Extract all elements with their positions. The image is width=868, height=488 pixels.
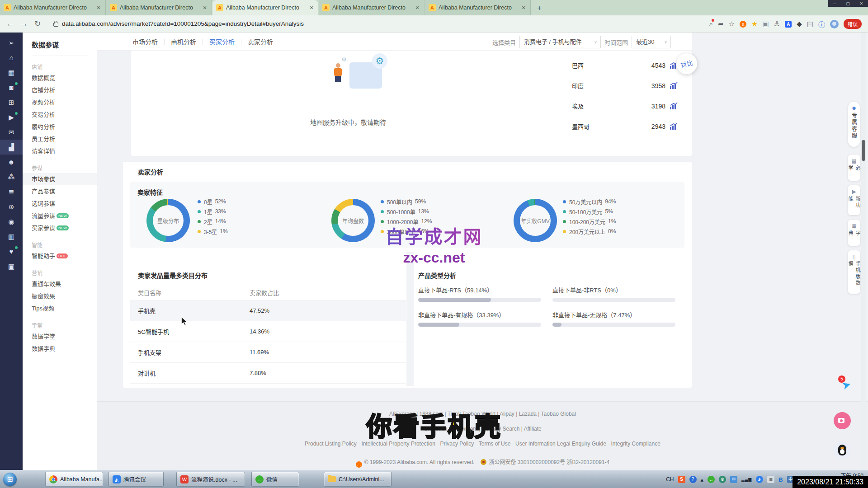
- country-row[interactable]: 墨西哥 2943: [572, 116, 678, 136]
- taskbar-wechat-button[interactable]: ‥ 微信: [251, 472, 299, 487]
- sidebar-item[interactable]: 橱窗效果: [23, 290, 97, 302]
- sidebar-item[interactable]: 直通车效果: [23, 278, 97, 290]
- taskbar-explorer-button[interactable]: C:\Users\Admini...: [324, 472, 392, 487]
- country-row[interactable]: 印度 3958: [572, 75, 678, 96]
- video-icon[interactable]: ▶: [0, 110, 23, 125]
- share-icon[interactable]: ➦: [718, 20, 724, 28]
- ime-language[interactable]: CH: [666, 476, 674, 483]
- extension-pin-icon[interactable]: ◆: [797, 20, 802, 28]
- message-bird-widget[interactable]: 5 ➤: [842, 379, 857, 394]
- sidebar-item[interactable]: 数据概览: [23, 72, 97, 84]
- users-icon[interactable]: ☻: [0, 155, 23, 169]
- time-range-select[interactable]: 最近30天∨: [632, 36, 671, 48]
- tray-expand-icon[interactable]: ▴: [701, 476, 704, 483]
- table-row[interactable]: 手机支架 11.69%: [130, 342, 406, 363]
- qq-penguin-widget[interactable]: [834, 442, 851, 459]
- sidebar-item[interactable]: Tips视频: [23, 302, 97, 314]
- tab-opportunity-analysis[interactable]: 商机分析: [171, 37, 196, 46]
- sidebar-item[interactable]: 产品参谋: [23, 185, 97, 197]
- sidebar-item[interactable]: 买家参谋NEW: [23, 222, 97, 234]
- help-icon[interactable]: ?: [689, 476, 697, 483]
- trend-chart-icon[interactable]: [670, 123, 678, 130]
- close-icon[interactable]: ✕: [860, 1, 863, 6]
- table-row[interactable]: 5G智能手机 14.36%: [130, 321, 406, 342]
- new-tab-button[interactable]: +: [534, 3, 544, 13]
- share-icon[interactable]: ⁂: [0, 169, 23, 184]
- chat-icon[interactable]: ✉: [0, 125, 23, 140]
- scrollbar-thumb[interactable]: [862, 140, 865, 161]
- table-row[interactable]: 手机壳 47.52%: [130, 300, 406, 321]
- sidebar-item[interactable]: 店铺分析: [23, 84, 97, 96]
- heart-icon[interactable]: ♥: [0, 244, 23, 259]
- url-text[interactable]: data.alibaba.com/adviser/market?cateId=1…: [62, 20, 304, 27]
- trend-chart-icon[interactable]: [670, 82, 678, 89]
- paper-plane-icon[interactable]: ➢: [0, 35, 23, 50]
- extension-star-icon[interactable]: ★: [751, 20, 757, 28]
- minimize-icon[interactable]: ─: [833, 1, 836, 6]
- customer-service-widget[interactable]: ☻ 专属客服: [848, 102, 860, 147]
- bluetooth-icon[interactable]: B: [778, 476, 783, 483]
- taskbar-chrome-button[interactable]: Alibaba Manufa...: [45, 472, 103, 487]
- sidebar-item[interactable]: 视频分析: [23, 96, 97, 108]
- tab-close-icon[interactable]: ✕: [308, 5, 315, 11]
- bookmark-star-icon[interactable]: ☆: [729, 20, 735, 28]
- back-icon[interactable]: ←: [4, 19, 17, 28]
- home-icon[interactable]: ⌂: [0, 50, 23, 65]
- zoom-icon[interactable]: ⌕: [709, 20, 713, 28]
- apps-icon[interactable]: ⊞: [0, 95, 23, 110]
- browser-tab[interactable]: A Alibaba Manufacturer Directo ✕: [0, 0, 106, 15]
- tab-close-icon[interactable]: ✕: [202, 5, 208, 11]
- sidebar-item[interactable]: 选词参谋: [23, 197, 97, 210]
- signal-icon[interactable]: ▂▄▆: [741, 477, 752, 482]
- browser-error-badge[interactable]: 错误: [844, 19, 862, 29]
- clipboard-icon[interactable]: ≣: [0, 184, 23, 199]
- country-row[interactable]: 巴西 4543: [572, 55, 678, 75]
- footer-policies[interactable]: Product Listing Policy - Intellectual Pr…: [97, 441, 868, 447]
- country-row[interactable]: 埃及 3198: [572, 96, 678, 116]
- tab-seller-analysis[interactable]: 卖家分析: [248, 37, 273, 46]
- sidebar-item[interactable]: 履约分析: [23, 121, 97, 133]
- tab-close-icon[interactable]: ✕: [414, 5, 420, 11]
- sidebar-item[interactable]: 交易分析: [23, 108, 97, 121]
- storefront-icon[interactable]: ▦: [0, 65, 23, 80]
- tab-market-analysis[interactable]: 市场分析: [132, 37, 158, 46]
- shortcut-mobile-data[interactable]: ▯ 手机版数据: [848, 250, 860, 294]
- extension-image-icon[interactable]: ▣: [763, 20, 769, 28]
- sidebar-item[interactable]: 智能助手HOT: [23, 250, 97, 262]
- shortcut-must-learn[interactable]: ▤ 必学: [848, 155, 860, 181]
- shield-icon[interactable]: ◙: [0, 80, 23, 95]
- maximize-icon[interactable]: ▢: [846, 1, 850, 6]
- browser-tab[interactable]: A Alibaba Manufacturer Directo ✕: [425, 0, 531, 15]
- tab-close-icon[interactable]: ✕: [95, 5, 102, 11]
- network-globe-icon[interactable]: ⊕: [719, 476, 726, 483]
- extension-lion-icon[interactable]: a: [740, 21, 746, 28]
- extension-anchor-icon[interactable]: ⚓: [774, 20, 780, 28]
- start-button[interactable]: ⊞: [3, 473, 17, 486]
- reload-icon[interactable]: ↻: [31, 19, 44, 28]
- extension-doc-icon[interactable]: ▤: [807, 20, 813, 28]
- address-bar[interactable]: data.alibaba.com/adviser/market?cateId=1…: [47, 20, 648, 27]
- browser-tab[interactable]: A Alibaba Manufacturer Directo ✕: [106, 0, 212, 15]
- extension-info-icon[interactable]: ⓘ: [818, 19, 825, 29]
- bank-icon[interactable]: ▥: [0, 229, 23, 244]
- sogou-icon[interactable]: S: [678, 476, 685, 483]
- shortcut-dictionary[interactable]: ≣ 字典: [848, 220, 860, 246]
- sidebar-item[interactable]: 员工分析: [23, 133, 97, 145]
- taskbar-wps-button[interactable]: W 流程演说.docx - ...: [176, 472, 245, 487]
- mail-icon[interactable]: ✉: [730, 476, 737, 483]
- bar-chart-icon[interactable]: ▟: [0, 140, 23, 155]
- wechat-tray-icon[interactable]: ‥: [708, 476, 715, 483]
- category-select[interactable]: 消费电子 / 手机与配件∨: [519, 36, 601, 48]
- shortcut-new-features[interactable]: ▶ 新功能: [848, 185, 860, 215]
- sidebar-item[interactable]: 访客详情: [23, 145, 97, 157]
- scrollbar-track[interactable]: [861, 33, 866, 470]
- live-camera-widget[interactable]: [834, 412, 851, 429]
- extension-translate-icon[interactable]: A: [785, 21, 792, 28]
- sidebar-item-market-advisor[interactable]: 市场参谋: [23, 173, 97, 185]
- tab-buyer-analysis[interactable]: 买家分析: [209, 37, 235, 46]
- bell-icon[interactable]: ◉: [0, 214, 23, 229]
- globe-icon[interactable]: ⊕: [0, 199, 23, 214]
- profile-avatar[interactable]: [830, 20, 839, 28]
- tab-close-icon[interactable]: ✕: [520, 5, 527, 11]
- forward-icon[interactable]: →: [17, 19, 31, 28]
